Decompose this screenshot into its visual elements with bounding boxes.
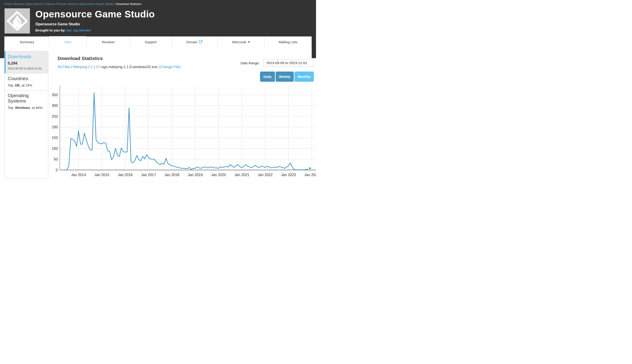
svg-text:200: 200 [52,125,58,129]
tab-summary[interactable]: Summary [4,36,49,48]
project-subtitle: Opensource Game Studio [35,22,155,26]
project-logo-icon [5,8,30,34]
project-byline: Brought to you by: kai_sd, kornerr [35,28,155,32]
svg-text:Jan 2021: Jan 2021 [234,173,249,177]
project-title: Opensource Game Studio [35,9,155,20]
sidebar-item-countries[interactable]: Countries Top: DE, at 24% [5,73,48,90]
project-header: Opensource Game Studio Opensource Game S… [5,8,155,34]
svg-text:Jan 2017: Jan 2017 [141,173,156,177]
change-file-link[interactable]: (Change File) [159,65,181,69]
weekly-button[interactable]: Weekly [276,72,294,82]
daily-button[interactable]: Daily [260,72,275,82]
downloads-line-chart: 050100150200250300350Jan 2014Jan 2015Jan… [52,85,316,182]
date-range-input[interactable] [263,59,314,67]
downloads-date-range: 2013-05-05 to 2023-12-01 [8,67,45,70]
breadcrumb-home[interactable]: Home [4,2,12,6]
svg-text:300: 300 [52,104,58,108]
svg-text:0: 0 [56,168,58,172]
all-files-link[interactable]: All Files [58,65,70,69]
os-top-stat: Top: Windows, at 84% [8,106,45,110]
stats-sidebar: Downloads 5,294 2013-05-05 to 2023-12-01… [4,48,48,182]
svg-text:Jan 2014: Jan 2014 [71,173,86,177]
tab-files[interactable]: Files [49,35,87,48]
svg-text:250: 250 [52,114,58,118]
date-range-label: Date Range: [241,61,260,65]
breadcrumb-project[interactable]: Opensource Game Studio [79,2,113,6]
maintainer-link-kai-sd[interactable]: kai_sd [67,28,77,32]
svg-text:Jan 2024: Jan 2024 [304,173,316,177]
svg-text:Jan 2023: Jan 2023 [281,173,296,177]
project-nav-tabs: Summary Files Reviews Support Donate Mer… [0,36,316,48]
tab-reviews[interactable]: Reviews [87,36,130,48]
breadcrumb-browse[interactable]: Browse Open Source [15,2,43,6]
version-link[interactable]: 1.1.0 [90,65,98,69]
content-area: Downloads 5,294 2013-05-05 to 2023-12-01… [4,48,312,182]
monthly-button[interactable]: Monthly [294,72,314,82]
maintainer-link-kornerr[interactable]: kornerr [79,28,91,32]
downloads-link[interactable]: Downloads [8,54,31,59]
breadcrumb-games[interactable]: Games [45,2,55,6]
sidebar-item-downloads[interactable]: Downloads 5,294 2013-05-05 to 2023-12-01 [5,52,48,73]
countries-top-stat: Top: DE, at 24% [8,83,45,87]
tab-support[interactable]: Support [130,36,172,48]
date-range-control: Date Range: [241,59,314,67]
page-header: Home/Browse Open Source/Games/Puzzle Gam… [0,0,316,36]
external-link-icon [199,40,203,44]
svg-text:150: 150 [52,136,58,140]
main-panel: Download Statistics All Files / Mahjong … [48,48,312,182]
svg-text:350: 350 [52,93,58,97]
sidebar-item-operating-systems[interactable]: Operating Systems Top: Windows, at 84% [5,90,48,112]
chevron-down-icon [248,42,250,43]
current-filename: ogs-mahjong-1.1.0-windows32.exe [101,65,157,69]
breadcrumb-current: Download Statistics [116,2,141,6]
svg-text:100: 100 [52,147,58,150]
svg-text:Jan 2022: Jan 2022 [258,173,273,177]
svg-text:Jan 2019: Jan 2019 [188,173,203,177]
svg-text:Jan 2020: Jan 2020 [211,173,226,177]
download-statistics-page: Home/Browse Open Source/Games/Puzzle Gam… [0,0,316,182]
svg-text:Jan 2016: Jan 2016 [118,173,133,177]
tab-mailing-lists[interactable]: Mailing Lists [265,36,311,48]
granularity-buttons: Daily Weekly Monthly [260,72,314,82]
downloads-count: 5,294 [8,61,45,66]
folder-link[interactable]: Mahjong [73,65,87,69]
svg-text:Jan 2015: Jan 2015 [94,173,109,177]
svg-text:50: 50 [54,157,58,161]
breadcrumb-puzzle-games[interactable]: Puzzle Games [57,2,77,6]
svg-text:Jan 2018: Jan 2018 [164,173,179,177]
breadcrumb: Home/Browse Open Source/Games/Puzzle Gam… [0,0,316,6]
tab-mercurial[interactable]: Mercurial [218,36,265,48]
tab-donate[interactable]: Donate [172,36,218,48]
